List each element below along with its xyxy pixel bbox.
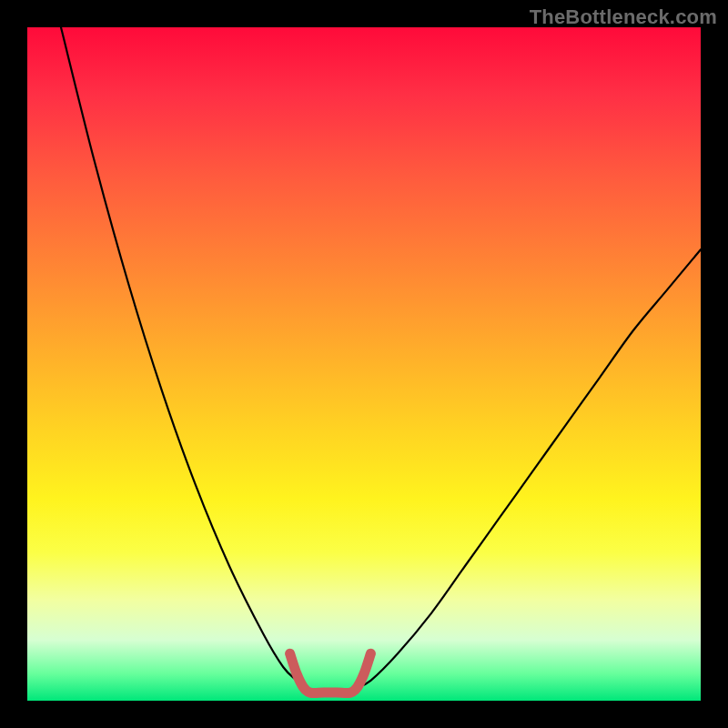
curves-svg <box>27 27 701 701</box>
right-curve-path <box>358 249 701 687</box>
chart-frame: TheBottleneck.com <box>0 0 728 728</box>
valley-marker-path <box>290 653 371 693</box>
watermark-text: TheBottleneck.com <box>530 5 717 29</box>
plot-area <box>27 27 701 701</box>
left-curve-path <box>61 27 303 687</box>
